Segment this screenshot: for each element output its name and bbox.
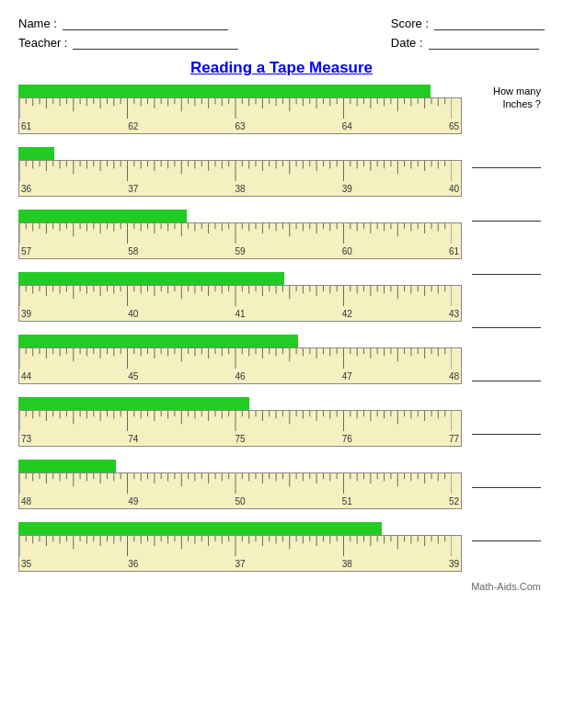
ruler-number: 43 — [449, 309, 459, 319]
answer-line-2[interactable] — [472, 209, 541, 222]
ruler-number: 37 — [235, 559, 245, 569]
ruler-body-8: 3536373839 — [18, 535, 462, 572]
ruler-body-2: 3637383940 — [18, 160, 462, 197]
green-bar-3 — [18, 210, 187, 222]
ruler-numbers-5: 4445464748 — [19, 371, 461, 381]
answer-spacer-3 — [472, 222, 541, 275]
answer-spacer-4 — [472, 275, 541, 328]
ruler-number: 60 — [342, 246, 352, 256]
ruler-number: 47 — [342, 371, 352, 381]
ruler-number: 74 — [128, 434, 138, 444]
ruler-number: 73 — [21, 434, 31, 444]
answer-spacer-5 — [472, 328, 541, 381]
ruler-number: 49 — [128, 496, 138, 506]
answer-line-5[interactable] — [472, 369, 541, 381]
green-bar-6 — [18, 397, 249, 410]
name-row: Name : — [18, 17, 238, 30]
teacher-input-line[interactable] — [73, 37, 238, 50]
ruler-number: 61 — [449, 246, 459, 256]
green-bar-8 — [18, 522, 382, 535]
ruler-numbers-6: 7374757677 — [19, 434, 461, 444]
ruler-number: 61 — [21, 121, 31, 131]
green-bar-5 — [18, 335, 298, 347]
ruler-7: 4849505152 — [18, 460, 462, 513]
ruler-body-3: 5758596061 — [18, 222, 462, 259]
ruler-number: 50 — [235, 496, 245, 506]
teacher-label: Teacher : — [18, 36, 67, 50]
score-label: Score : — [391, 17, 429, 30]
header-left: Name : Teacher : — [18, 17, 238, 50]
date-row: Date : — [391, 36, 545, 50]
score-row: Score : — [391, 17, 545, 30]
green-bar-7 — [18, 460, 116, 472]
name-label: Name : — [18, 17, 57, 30]
ruler-number: 48 — [449, 371, 459, 381]
ruler-number: 64 — [342, 121, 352, 131]
ruler-number: 38 — [235, 184, 245, 194]
green-bar-1 — [18, 85, 431, 97]
ruler-1: 6162636465 — [18, 85, 462, 138]
ruler-number: 62 — [128, 121, 138, 131]
ruler-numbers-2: 3637383940 — [19, 184, 461, 194]
ruler-body-1: 6162636465 — [18, 97, 462, 134]
how-many-label: How many Inches ? — [462, 85, 541, 111]
ruler-body-6: 7374757677 — [18, 410, 462, 447]
ruler-body-5: 4445464748 — [18, 347, 462, 384]
ruler-number: 57 — [21, 246, 31, 256]
answer-line-6[interactable] — [472, 422, 541, 435]
ruler-number: 39 — [21, 309, 31, 319]
ruler-number: 38 — [342, 559, 352, 569]
answer-line-1[interactable] — [472, 155, 541, 168]
ruler-number: 52 — [449, 496, 459, 506]
answer-column: How many Inches ? — [462, 85, 545, 575]
content-area: 6162636465363738394057585960613940414243… — [18, 85, 545, 575]
name-input-line[interactable] — [63, 17, 228, 30]
teacher-row: Teacher : — [18, 36, 238, 50]
ruler-8: 3536373839 — [18, 522, 462, 575]
ruler-number: 42 — [342, 309, 352, 319]
ruler-body-7: 4849505152 — [18, 472, 462, 509]
ruler-number: 75 — [235, 434, 245, 444]
header-right: Score : Date : — [391, 17, 545, 50]
ruler-number: 58 — [128, 246, 138, 256]
ruler-2: 3637383940 — [18, 147, 462, 200]
ruler-5: 4445464748 — [18, 335, 462, 388]
ruler-number: 48 — [21, 496, 31, 506]
ruler-numbers-8: 3536373839 — [19, 559, 461, 569]
date-label: Date : — [391, 36, 423, 50]
header: Name : Teacher : Score : Date : — [18, 17, 545, 50]
answer-line-4[interactable] — [472, 315, 541, 328]
answer-spacer-8 — [472, 488, 541, 541]
ruler-numbers-7: 4849505152 — [19, 496, 461, 506]
ruler-number: 40 — [128, 309, 138, 319]
rulers-column: 6162636465363738394057585960613940414243… — [18, 85, 462, 575]
ruler-number: 44 — [21, 371, 31, 381]
answer-spacer-1 — [472, 115, 541, 168]
ruler-number: 39 — [342, 184, 352, 194]
ruler-4: 3940414243 — [18, 272, 462, 325]
ruler-number: 46 — [235, 371, 245, 381]
ruler-number: 63 — [235, 121, 245, 131]
ruler-number: 35 — [21, 559, 31, 569]
answer-line-8[interactable] — [472, 529, 541, 541]
ruler-6: 7374757677 — [18, 397, 462, 450]
ruler-number: 40 — [449, 184, 459, 194]
green-bar-2 — [18, 147, 54, 160]
date-input-line[interactable] — [429, 37, 539, 50]
answer-line-7[interactable] — [472, 475, 541, 488]
ruler-number: 45 — [128, 371, 138, 381]
ruler-number: 65 — [449, 121, 459, 131]
ruler-number: 37 — [128, 184, 138, 194]
ruler-number: 41 — [235, 309, 245, 319]
score-input-line[interactable] — [434, 17, 545, 30]
answer-spacer-2 — [472, 168, 541, 222]
ruler-numbers-4: 3940414243 — [19, 309, 461, 319]
green-bar-4 — [18, 272, 284, 285]
answer-line-3[interactable] — [472, 262, 541, 275]
watermark: Math-Aids.Com — [18, 581, 545, 592]
answer-spacer-6 — [472, 381, 541, 435]
ruler-number: 77 — [449, 434, 459, 444]
answer-spacer-7 — [472, 435, 541, 488]
ruler-number: 59 — [235, 246, 245, 256]
ruler-number: 51 — [342, 496, 352, 506]
